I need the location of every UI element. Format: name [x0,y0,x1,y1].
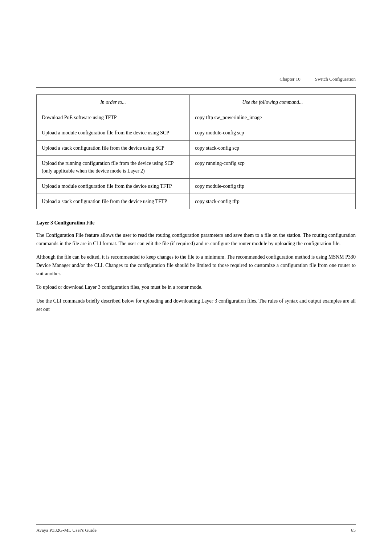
section-body: The Configuration File feature allows th… [36,231,356,313]
page-footer: Avaya P332G-ML User's Guide 65 [36,524,356,533]
page: Chapter 10 Switch Configuration In order… [0,0,392,555]
table-header-row: In order to... Use the following command… [37,95,356,110]
table-cell-command: copy module-config tftp [189,179,355,194]
body-paragraph: Use the CLI commands briefly described b… [36,297,356,313]
table-cell-command: copy stack-config tftp [189,194,355,209]
section-heading: Layer 3 Configuration File [36,220,356,226]
commands-table: In order to... Use the following command… [36,94,356,209]
table-cell-command: copy running-config scp [189,156,355,179]
footer-left: Avaya P332G-ML User's Guide [36,527,97,533]
table-cell-action: Download PoE software using TFTP [37,110,190,125]
table-cell-action: Upload a stack configuration file from t… [37,141,190,156]
table-row: Upload a module configuration file from … [37,179,356,194]
table-cell-command: copy module-config scp [189,125,355,141]
col-header-command: Use the following command... [189,95,355,110]
body-paragraph: To upload or download Layer 3 configurat… [36,283,356,291]
chapter-label: Chapter 10 [279,76,300,82]
page-header: Chapter 10 Switch Configuration [0,76,392,82]
main-content: In order to... Use the following command… [36,94,356,319]
table-row: Upload a stack configuration file from t… [37,141,356,156]
table-cell-action: Upload a stack configuration file from t… [37,194,190,209]
col-header-action: In order to... [37,95,190,110]
table-cell-action: Upload a module configuration file from … [37,179,190,194]
section-label: Switch Configuration [315,76,356,82]
table-cell-command: copy stack-config scp [189,141,355,156]
table-row: Download PoE software using TFTPcopy tft… [37,110,356,125]
table-cell-action: Upload the running configuration file fr… [37,156,190,179]
body-paragraph: The Configuration File feature allows th… [36,231,356,248]
table-cell-action: Upload a module configuration file from … [37,125,190,141]
body-paragraph: Although the file can be edited, it is r… [36,253,356,278]
header-divider [36,87,356,88]
table-row: Upload a stack configuration file from t… [37,194,356,209]
table-row: Upload the running configuration file fr… [37,156,356,179]
footer-right: 65 [351,527,356,533]
table-row: Upload a module configuration file from … [37,125,356,141]
table-cell-command: copy tftp sw_powerinline_image [189,110,355,125]
